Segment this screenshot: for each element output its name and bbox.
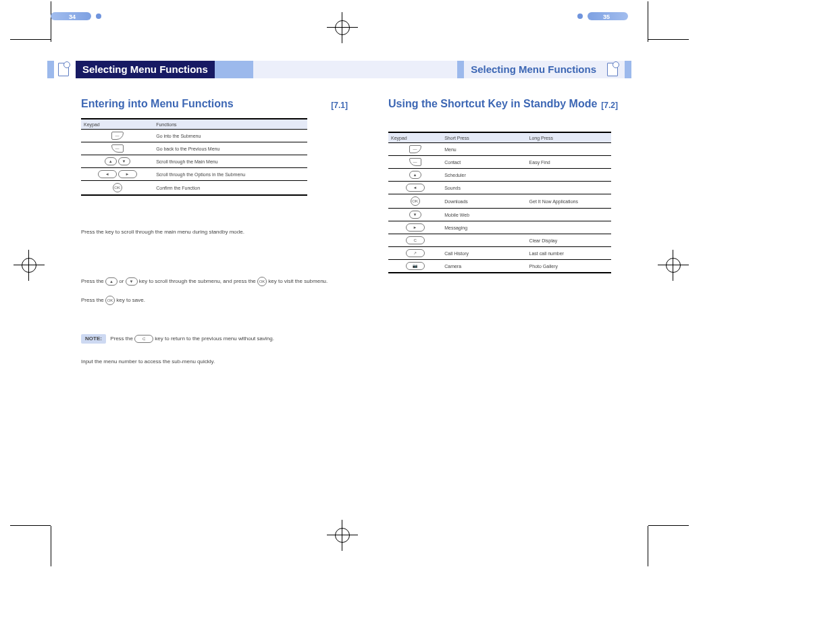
table-row: ▲ ▼ Scroll through the Main Menu (81, 155, 307, 168)
instruction-para-2: Press the ▲ or ▼ key to scroll through t… (81, 277, 338, 305)
cell-long-press (527, 182, 611, 194)
crop-mark (51, 526, 51, 566)
crop-mark (10, 39, 51, 40)
table-row: ↗ Call History Last call number (388, 247, 611, 260)
registration-mark (14, 250, 45, 281)
page-number: 35 (603, 14, 610, 20)
cell-short-press: Call History (442, 247, 526, 260)
cell-long-press: Easy Find (527, 156, 611, 169)
cell-keypad: 📷 (388, 260, 442, 273)
cell-keypad: — (388, 143, 442, 156)
section-number: [7.1] (331, 101, 348, 110)
cell-keypad: ↗ (388, 247, 442, 260)
cell-long-press (527, 143, 611, 156)
cell-long-press: Last call number (527, 247, 611, 260)
chapter-tab-left: Selecting Menu Functions (47, 61, 215, 78)
right-icon: ► (118, 170, 137, 178)
cell-keypad: ◄ ► (81, 168, 153, 181)
crop-mark (10, 525, 51, 526)
soft-right-icon: — (111, 144, 124, 153)
section-heading-7-2: Using the Shortcut Key in Standby Mode [… (388, 98, 618, 110)
crop-mark (648, 526, 648, 566)
clr-icon: C (406, 236, 425, 244)
camera-icon: 📷 (406, 262, 425, 270)
cell-short-press: Downloads (442, 194, 526, 209)
down-icon: ▼ (118, 157, 130, 165)
doc-icon (58, 63, 69, 76)
table-row: OK Downloads Get It Now Applications (388, 194, 611, 209)
section-title: Entering into Menu Functions (81, 98, 234, 109)
cell-short-press: Sounds (442, 182, 526, 194)
table-row: ▼ Mobile Web (388, 209, 611, 221)
th-keypad: Keypad (81, 119, 153, 130)
section-title: Using the Shortcut Key in Standby Mode (388, 98, 597, 109)
key-function-table: Keypad Functions — Go into the Submenu —… (81, 118, 307, 196)
page-dot (577, 14, 583, 19)
ok-icon: OK (411, 196, 420, 206)
up-icon: ▲ (105, 277, 118, 286)
cell-keypad: ▼ (388, 209, 442, 221)
cell-long-press (527, 209, 611, 221)
chapter-title: Selecting Menu Functions (76, 61, 215, 78)
table-row: ◄ Sounds (388, 182, 611, 194)
th-keypad: Keypad (388, 132, 442, 143)
crop-mark (648, 525, 689, 526)
table-row: ► Messaging (388, 221, 611, 234)
cell-long-press (527, 221, 611, 234)
shortcut-key-table: Keypad Short Press Long Press — Menu — C… (388, 132, 611, 273)
note-block: NOTE: Press the C key to return to the p… (81, 334, 338, 344)
right-icon: ► (406, 223, 425, 232)
down-icon: ▼ (126, 277, 138, 286)
note-label: NOTE: (81, 334, 106, 344)
table-row: — Go back to the Previous Menu (81, 142, 307, 155)
cell-short-press: Contact (442, 156, 526, 169)
cell-function: Scroll through the Options in the Submen… (153, 168, 307, 181)
crop-mark (648, 39, 689, 40)
soft-left-icon: — (111, 132, 124, 140)
cell-function: Go back to the Previous Menu (153, 142, 307, 155)
cell-long-press: Get It Now Applications (527, 194, 611, 209)
table-row: ◄ ► Scroll through the Options in the Su… (81, 168, 307, 181)
cell-keypad: OK (388, 194, 442, 209)
cell-function: Confirm the Function (153, 181, 307, 196)
cell-keypad: OK (81, 181, 153, 196)
cell-keypad: — (388, 156, 442, 169)
table-row: ▲ Scheduler (388, 169, 611, 182)
left-icon: ◄ (98, 170, 117, 178)
table-row: C Clear Display (388, 234, 611, 247)
cell-keypad: ◄ (388, 182, 442, 194)
table-row: 📷 Camera Photo Gallery (388, 260, 611, 273)
crop-mark (51, 1, 51, 42)
instruction-para-3: Input the menu number to access the sub-… (81, 358, 338, 366)
cell-short-press: Messaging (442, 221, 526, 234)
cell-keypad: C (388, 234, 442, 247)
cell-short-press: Mobile Web (442, 209, 526, 221)
ok-icon: OK (105, 296, 115, 305)
th-functions: Functions (153, 119, 307, 130)
ok-icon: OK (113, 183, 122, 192)
cell-long-press (527, 169, 611, 182)
soft-left-icon: — (409, 145, 421, 153)
down-icon: ▼ (409, 211, 421, 219)
cell-function: Go into the Submenu (153, 130, 307, 142)
instruction-para-1: Press the key to scroll through the main… (81, 228, 338, 236)
table-row: OK Confirm the Function (81, 181, 307, 196)
send-icon: ↗ (406, 249, 425, 257)
left-icon: ◄ (406, 184, 425, 192)
cell-keypad: ▲ ▼ (81, 155, 153, 168)
doc-icon (607, 63, 618, 76)
ok-icon: OK (257, 277, 267, 286)
crop-mark (648, 1, 648, 42)
cell-short-press: Scheduler (442, 169, 526, 182)
th-long-press: Long Press (527, 132, 611, 143)
table-row: — Contact Easy Find (388, 156, 611, 169)
cell-keypad: — (81, 130, 153, 142)
registration-mark (658, 250, 689, 281)
cell-short-press: Camera (442, 260, 526, 273)
registration-mark (327, 520, 358, 551)
page-number: 34 (69, 14, 76, 20)
chapter-tab-right: Selecting Menu Functions (457, 61, 631, 78)
up-icon: ▲ (105, 157, 117, 165)
chapter-title: Selecting Menu Functions (464, 61, 603, 78)
table-row: — Menu (388, 143, 611, 156)
